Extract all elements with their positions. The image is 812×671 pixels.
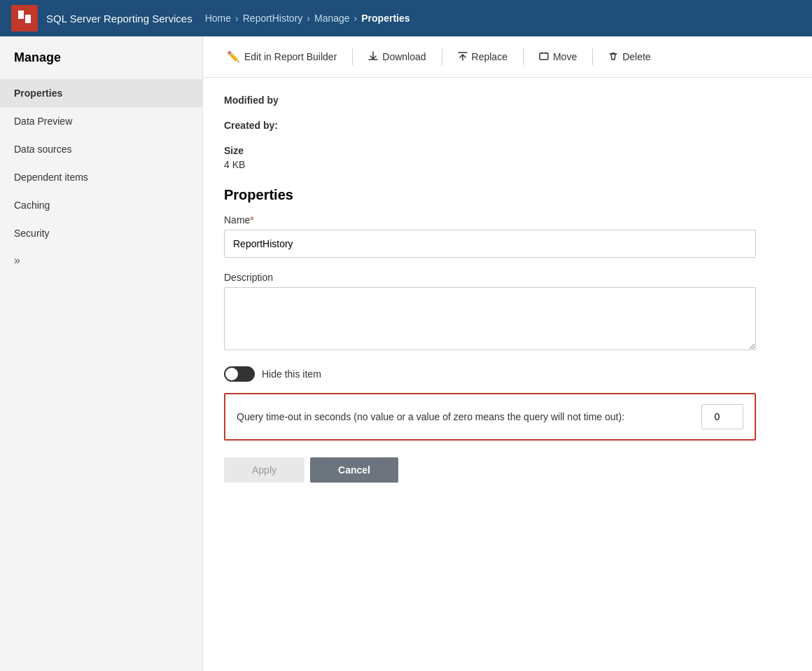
sidebar: Manage Properties Data Preview Data sour…: [0, 36, 203, 671]
delete-button[interactable]: Delete: [598, 46, 660, 69]
toolbar-sep-2: [442, 48, 442, 65]
sidebar-item-data-sources[interactable]: Data sources: [0, 135, 202, 163]
toolbar: ✏️ Edit in Report Builder Download: [203, 36, 812, 78]
breadcrumb-reporthistory[interactable]: ReportHistory: [243, 13, 303, 24]
move-button[interactable]: Move: [529, 46, 587, 69]
apply-button[interactable]: Apply: [224, 457, 304, 483]
breadcrumb-sep-1: ›: [235, 13, 239, 24]
sidebar-title: Manage: [0, 50, 202, 79]
breadcrumb-home[interactable]: Home: [205, 13, 231, 24]
move-icon: [539, 51, 549, 63]
breadcrumb-manage[interactable]: Manage: [314, 13, 350, 24]
action-buttons: Apply Cancel: [224, 457, 791, 483]
svg-rect-1: [25, 15, 31, 23]
created-by-group: Created by:: [224, 120, 791, 131]
logo-icon: [17, 9, 32, 28]
main-content: ✏️ Edit in Report Builder Download: [203, 36, 812, 671]
name-label: Name*: [224, 214, 791, 226]
download-icon: [368, 51, 378, 63]
created-by-label: Created by:: [224, 120, 791, 131]
content-area: Modified by Created by: Size 4 KB Proper…: [203, 78, 812, 499]
sidebar-item-caching[interactable]: Caching: [0, 191, 202, 219]
name-field-group: Name*: [224, 214, 791, 258]
query-timeout-text: Query time-out in seconds (no value or a…: [237, 410, 690, 424]
top-bar: SQL Server Reporting Services Home › Rep…: [0, 0, 812, 36]
hide-item-toggle[interactable]: [224, 366, 255, 382]
delete-icon: [608, 51, 618, 63]
properties-section-title: Properties: [224, 187, 791, 203]
layout: Manage Properties Data Preview Data sour…: [0, 36, 812, 671]
breadcrumb-sep-3: ›: [354, 13, 358, 24]
toolbar-sep-1: [352, 48, 353, 65]
name-required-star: *: [250, 214, 253, 226]
modified-by-label: Modified by: [224, 95, 791, 106]
size-group: Size 4 KB: [224, 145, 791, 170]
breadcrumb: Home › ReportHistory › Manage › Properti…: [201, 13, 410, 24]
name-input[interactable]: [224, 230, 756, 258]
edit-report-builder-button[interactable]: ✏️ Edit in Report Builder: [217, 45, 346, 69]
breadcrumb-properties: Properties: [361, 13, 410, 24]
replace-button[interactable]: Replace: [448, 46, 517, 69]
description-label: Description: [224, 272, 791, 283]
cancel-button[interactable]: Cancel: [310, 457, 398, 483]
sidebar-item-data-preview[interactable]: Data Preview: [0, 107, 202, 135]
breadcrumb-sep-2: ›: [307, 13, 310, 24]
query-timeout-input[interactable]: [701, 404, 743, 429]
sidebar-item-security[interactable]: Security: [0, 219, 202, 247]
hide-item-row: Hide this item: [224, 366, 791, 382]
hide-item-label: Hide this item: [262, 368, 321, 380]
size-label: Size: [224, 145, 791, 156]
sidebar-nav: Properties Data Preview Data sources Dep…: [0, 79, 202, 247]
size-value: 4 KB: [224, 159, 791, 170]
download-button[interactable]: Download: [358, 46, 435, 69]
description-input[interactable]: [224, 287, 756, 350]
app-logo: [11, 5, 38, 32]
sidebar-item-properties[interactable]: Properties: [0, 79, 202, 107]
svg-rect-3: [540, 53, 548, 60]
app-name: SQL Server Reporting Services: [46, 13, 192, 25]
replace-icon: [458, 51, 468, 63]
sidebar-collapse-button[interactable]: »: [0, 247, 202, 274]
toolbar-sep-4: [592, 48, 593, 65]
pencil-icon: ✏️: [227, 50, 240, 63]
sidebar-item-dependent-items[interactable]: Dependent items: [0, 163, 202, 191]
description-field-group: Description: [224, 272, 791, 352]
query-timeout-box: Query time-out in seconds (no value or a…: [224, 393, 756, 441]
modified-by-group: Modified by: [224, 95, 791, 106]
svg-rect-2: [18, 19, 24, 23]
toggle-knob: [225, 368, 238, 380]
toolbar-sep-3: [523, 48, 524, 65]
